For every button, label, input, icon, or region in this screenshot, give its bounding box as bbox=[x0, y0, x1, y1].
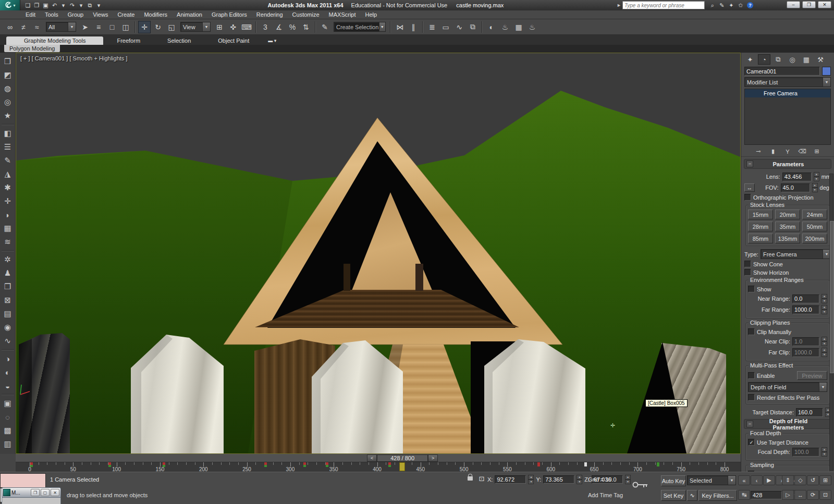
time-slider-track[interactable]: < 428 / 800 > bbox=[16, 454, 741, 462]
render-production-icon[interactable]: ♨ bbox=[526, 21, 538, 33]
absolute-mode-icon[interactable]: ⊡ bbox=[477, 474, 486, 483]
menu-create[interactable]: Create bbox=[113, 10, 139, 19]
mini-window-titlebar[interactable]: M... ❐▢✕ bbox=[2, 487, 61, 498]
help-icon[interactable]: ? bbox=[745, 1, 755, 9]
menu-tools[interactable]: Tools bbox=[40, 10, 63, 19]
fov-spinner[interactable]: ▴▾ bbox=[812, 183, 818, 192]
filmstrip-icon[interactable]: ▥ bbox=[1, 437, 15, 451]
tab-graphite-modeling-tools[interactable]: Graphite Modeling Tools bbox=[6, 36, 103, 45]
minimized-window[interactable]: M... ❐▢✕ bbox=[2, 487, 61, 504]
stock-lens-200mm-button[interactable]: 200mm bbox=[802, 233, 827, 243]
use-pivot-center-icon[interactable]: ⊞ bbox=[213, 21, 226, 33]
stock-lens-85mm-button[interactable]: 85mm bbox=[748, 233, 773, 243]
current-frame-marker[interactable] bbox=[399, 462, 405, 471]
camera-type-dropdown[interactable]: Free Camera ▼ bbox=[761, 249, 831, 259]
character-object-icon[interactable]: ★ bbox=[1, 109, 15, 122]
tab-selection[interactable]: Selection bbox=[154, 36, 204, 45]
parameters-rollout[interactable]: − Parameters bbox=[744, 159, 831, 169]
menu-graph-editors[interactable]: Graph Editors bbox=[207, 10, 252, 19]
layer-manager-icon[interactable]: ≣ bbox=[426, 21, 438, 33]
wheel-icon[interactable]: ◉ bbox=[1, 321, 15, 334]
menu-rendering[interactable]: Rendering bbox=[252, 10, 288, 19]
menu-edit[interactable]: Edit bbox=[21, 10, 40, 19]
biped-icon[interactable]: ♟ bbox=[1, 266, 15, 280]
locks-icon[interactable]: ⊠ bbox=[1, 293, 15, 307]
keyframe-marker[interactable] bbox=[657, 462, 659, 466]
keyframe-marker[interactable] bbox=[108, 462, 111, 467]
application-menu-button[interactable]: ▾ bbox=[0, 0, 20, 10]
stock-lens-50mm-button[interactable]: 50mm bbox=[802, 222, 827, 231]
next-frame-arrow[interactable]: > bbox=[428, 454, 438, 462]
field-of-view-button[interactable]: ◇ bbox=[794, 475, 806, 485]
save-file-icon[interactable]: ▣ bbox=[41, 1, 50, 9]
fov-direction-flyout[interactable]: ↔ bbox=[744, 183, 755, 192]
drape-cloth-icon[interactable]: ◗ bbox=[1, 208, 15, 222]
use-target-distance-checkbox[interactable] bbox=[748, 439, 755, 446]
cloth-modifier-icon[interactable]: ◑ bbox=[1, 352, 15, 365]
bind-to-spacewarp-icon[interactable]: ≈ bbox=[31, 21, 43, 33]
render-setup-icon[interactable]: ♨ bbox=[499, 21, 511, 33]
subscription-key-icon[interactable]: ✎ bbox=[717, 1, 727, 9]
close-button[interactable]: ✕ bbox=[818, 1, 831, 8]
orthographic-checkbox[interactable] bbox=[744, 194, 751, 201]
make-unique-icon[interactable]: Y bbox=[782, 147, 793, 156]
named-selection-sets-dropdown[interactable]: Create Selection Set ▼ bbox=[334, 22, 386, 32]
modify-tab-icon[interactable]: ◔ bbox=[758, 54, 770, 65]
new-file-icon[interactable]: ❏ bbox=[23, 1, 32, 9]
zoom-extents-all-button[interactable]: ⊞ bbox=[819, 475, 831, 485]
disc-modifier-icon[interactable]: ◒ bbox=[1, 379, 15, 392]
keyframe-marker[interactable] bbox=[326, 462, 328, 467]
pyramid-object-icon[interactable]: ◮ bbox=[1, 167, 15, 181]
undo-icon[interactable]: ↶ bbox=[50, 1, 59, 9]
previous-frame-arrow[interactable]: < bbox=[367, 454, 377, 462]
redo-icon[interactable]: ↷ bbox=[68, 1, 77, 9]
gear-object-icon[interactable]: ✱ bbox=[1, 181, 15, 194]
multipass-enable-checkbox[interactable] bbox=[748, 372, 755, 379]
keyframe-marker[interactable] bbox=[264, 462, 267, 467]
env-show-checkbox[interactable] bbox=[748, 286, 755, 292]
select-and-link-icon[interactable]: ∞ bbox=[4, 21, 16, 33]
stock-lens-135mm-button[interactable]: 135mm bbox=[775, 233, 800, 243]
dof-parameters-rollout[interactable]: − Depth of Field Parameters bbox=[744, 419, 831, 429]
keyframe-marker[interactable] bbox=[388, 462, 391, 467]
waves-icon[interactable]: ≋ bbox=[1, 235, 15, 249]
viewport-layout-icon[interactable]: ◧ bbox=[1, 127, 15, 140]
add-time-tag[interactable]: Add Time Tag bbox=[588, 492, 623, 498]
window-panel-icon[interactable]: ▣ bbox=[1, 397, 15, 410]
stock-lens-15mm-button[interactable]: 15mm bbox=[748, 210, 773, 219]
select-and-manipulate-icon[interactable]: ✜ bbox=[227, 21, 239, 33]
open-file-icon[interactable]: ❐ bbox=[32, 1, 41, 9]
scaffold-icon[interactable]: ▤ bbox=[1, 307, 15, 321]
multipass-effect-dropdown[interactable]: Depth of Field ▼ bbox=[748, 382, 827, 392]
window-crossing-icon[interactable]: ◫ bbox=[119, 21, 132, 33]
x-spinner[interactable]: ▴▾ bbox=[528, 475, 534, 484]
panel-scrollbar[interactable] bbox=[829, 174, 833, 471]
menu-help[interactable]: Help bbox=[361, 10, 382, 19]
fetch-dropdown-icon[interactable]: ▾ bbox=[94, 1, 103, 9]
auto-key-button[interactable]: Auto Key bbox=[661, 475, 686, 486]
material-editor-icon[interactable]: ◐ bbox=[485, 21, 498, 33]
weathervane-icon[interactable]: ✛ bbox=[1, 194, 15, 208]
time-slider[interactable]: < 428 / 800 > bbox=[367, 454, 438, 461]
menu-modifiers[interactable]: Modifiers bbox=[139, 10, 172, 19]
cloth-object-icon[interactable]: ◩ bbox=[1, 68, 15, 82]
key-mode-button[interactable]: ↹ bbox=[738, 490, 750, 500]
x-field[interactable]: 92.672 bbox=[495, 475, 526, 484]
tab-freeform[interactable]: Freeform bbox=[103, 36, 154, 45]
fov-field[interactable]: 45.0 bbox=[781, 183, 810, 192]
favorites-icon[interactable]: ✩ bbox=[736, 1, 745, 9]
pin-stack-icon[interactable]: ⊸ bbox=[753, 147, 764, 156]
remove-modifier-icon[interactable]: ⌫ bbox=[797, 147, 807, 156]
utilities-tab-icon[interactable]: ⚒ bbox=[814, 54, 827, 65]
select-and-move-icon[interactable]: ✛ bbox=[138, 21, 151, 33]
spring-object-icon[interactable]: ☰ bbox=[1, 140, 15, 154]
time-slider-label[interactable]: 428 / 800 bbox=[377, 454, 428, 462]
far-range-field[interactable]: 1000.0 bbox=[792, 305, 819, 314]
rendered-frame-icon[interactable]: ▦ bbox=[512, 21, 525, 33]
set-keys-icon[interactable] bbox=[632, 480, 649, 490]
far-range-spinner[interactable]: ▴▾ bbox=[821, 305, 827, 314]
edit-named-sets-icon[interactable]: ✎ bbox=[318, 21, 331, 33]
standard-primitives-icon[interactable]: ❒ bbox=[1, 55, 15, 68]
target-distance-field[interactable]: 160.0 bbox=[796, 408, 823, 417]
roll-camera-button[interactable]: ↺ bbox=[807, 475, 819, 485]
